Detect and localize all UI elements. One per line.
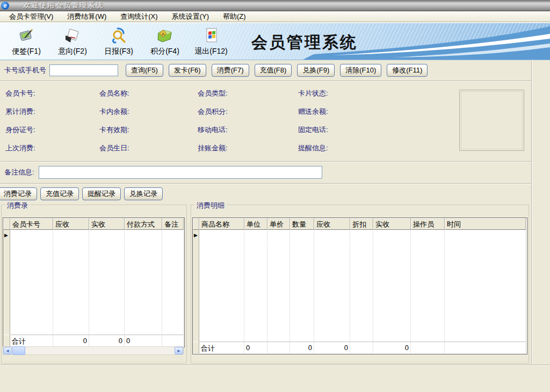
body-cell <box>10 230 53 335</box>
table-body: ▶ <box>3 230 184 335</box>
current-row-indicator-icon: ▶ <box>194 233 198 238</box>
scroll-right-icon[interactable]: ► <box>175 347 183 354</box>
modify-button[interactable]: 修改(F11) <box>387 64 428 77</box>
menu-query-stats[interactable]: 查询统计(X) <box>113 12 164 21</box>
col-operator: 操作员 <box>411 218 445 230</box>
consume-records-table[interactable]: 会员卡号 应收 实收 付款方式 备注 ▶ 合计 0 0 0 <box>3 217 185 347</box>
consume-button[interactable]: 消费(F7) <box>212 64 249 77</box>
footer-empty-cell <box>411 342 445 353</box>
body-cell <box>89 230 125 335</box>
col-unit: 单位 <box>244 218 267 230</box>
query-button[interactable]: 查询(F5) <box>126 64 163 77</box>
card-balance-label: 卡内余额: <box>99 107 198 117</box>
tab-reminder-records[interactable]: 提醒记录 <box>82 187 121 200</box>
footer-empty-cell <box>267 342 290 353</box>
note-button[interactable]: 便签(F1) <box>3 24 49 57</box>
col-received: 实收 <box>89 218 125 230</box>
separator <box>0 365 550 366</box>
body-cell <box>267 230 290 342</box>
body-cell <box>53 230 89 335</box>
scrollbar-thumb[interactable] <box>12 346 25 355</box>
daily-report-icon <box>110 27 127 47</box>
row-selector-column: ▶ <box>3 230 10 335</box>
footer-received-total: 0 <box>373 342 411 353</box>
col-payment-method: 付款方式 <box>125 218 162 230</box>
detail-panel-caption: 消费明细 <box>194 201 227 210</box>
tab-recharge-records[interactable]: 充值记录 <box>40 187 79 200</box>
separator <box>0 81 531 82</box>
col-receivable: 应收 <box>314 218 350 230</box>
gift-balance-label: 赠送余额: <box>298 107 457 117</box>
tab-exchange-records[interactable]: 兑换记录 <box>124 187 163 200</box>
member-type-label: 会员类型: <box>198 89 298 98</box>
col-quantity: 数量 <box>290 218 314 230</box>
note-icon <box>18 27 35 47</box>
member-photo-inner <box>461 91 523 149</box>
clear-button[interactable]: 清除(F10) <box>340 64 381 77</box>
daily-report-button[interactable]: 日报(F3) <box>96 24 142 57</box>
card-or-phone-input[interactable] <box>49 64 118 76</box>
separator <box>0 161 531 162</box>
footer-empty-cell <box>162 335 184 346</box>
consume-detail-table[interactable]: 商品名称 单位 单价 数量 应收 折扣 实收 操作员 时间 ▶ <box>192 217 527 354</box>
body-cell <box>411 230 445 342</box>
menu-system-settings[interactable]: 系统设置(Y) <box>165 12 216 21</box>
menu-help[interactable]: 帮助(Z) <box>216 12 253 21</box>
row-selector-footer <box>193 342 199 353</box>
exchange-button[interactable]: 兑换(F9) <box>297 64 335 77</box>
footer-unit-total: 0 <box>244 342 267 353</box>
fixed-phone-label: 固定电话: <box>298 125 457 135</box>
exit-button[interactable]: 退出(F12) <box>188 24 234 57</box>
menubar: 会员卡管理(V) 消费结算(W) 查询统计(X) 系统设置(Y) 帮助(Z) <box>0 11 550 22</box>
body-cell <box>290 230 314 342</box>
row-selector-header <box>193 218 199 230</box>
recharge-button[interactable]: 充值(F8) <box>255 64 292 77</box>
record-tabs: 消费记录 充值记录 提醒记录 兑换记录 <box>0 187 166 200</box>
form-right-edge <box>531 60 532 365</box>
member-birthday-label: 会员生日: <box>99 143 198 153</box>
footer-total-label: 合计 <box>199 342 244 353</box>
body-cell <box>199 230 244 342</box>
tab-consume-records[interactable]: 消费记录 <box>0 187 37 200</box>
tool-label: 日报(F3) <box>104 47 133 56</box>
reminder-info-label: 提醒信息: <box>298 143 457 153</box>
col-product-name: 商品名称 <box>199 218 244 230</box>
intent-button[interactable]: 意向(F2) <box>49 24 96 57</box>
row-selector-footer <box>3 335 10 346</box>
row-divider <box>10 243 184 243</box>
search-row: 卡号或手机号 查询(F5) 发卡(F6) 消费(F7) 充值(F8) 兑换(F9… <box>0 60 537 81</box>
toolbar: 便签(F1) 意向(F2) 日报(F3) <box>3 24 234 57</box>
card-status-label: 卡片状态: <box>298 89 457 98</box>
col-received: 实收 <box>373 218 411 230</box>
col-discount: 折扣 <box>350 218 373 230</box>
current-row-indicator-icon: ▶ <box>4 233 8 238</box>
consume-records-panel: 消费录 会员卡号 应收 实收 付款方式 备注 ▶ 合计 <box>1 205 187 364</box>
table-footer-row: 合计 0 0 0 0 <box>193 342 527 353</box>
banner: 便签(F1) 意向(F2) 日报(F3) <box>0 23 550 60</box>
footer-received-total: 0 <box>89 335 125 346</box>
issue-card-button[interactable]: 发卡(F6) <box>169 64 206 77</box>
app-title: 会员管理系统 <box>251 32 358 54</box>
remark-input[interactable] <box>39 166 322 179</box>
member-photo-frame <box>459 90 524 151</box>
intent-icon <box>64 27 81 47</box>
member-points-label: 会员积分: <box>198 107 298 117</box>
footer-receivable-total: 0 <box>314 342 350 353</box>
remark-label: 备注信息: <box>4 168 34 177</box>
member-info-area: 会员卡号: 会员名称: 会员类型: 卡片状态: 累计消费: 卡内余额: 会员积分… <box>5 84 457 157</box>
col-receivable: 应收 <box>53 218 89 230</box>
consume-table-hscrollbar[interactable]: ◄ ► <box>3 346 184 355</box>
footer-empty-cell <box>350 342 373 353</box>
separator <box>0 183 531 184</box>
scroll-left-icon[interactable]: ◄ <box>3 347 12 354</box>
last-consume-label: 上次消费: <box>5 143 99 153</box>
points-button[interactable]: A 积分(F4) <box>142 24 188 57</box>
mobile-phone-label: 移动电话: <box>198 125 298 135</box>
menu-consume-settle[interactable]: 消费结算(W) <box>60 12 113 21</box>
table-header-row: 商品名称 单位 单价 数量 应收 折扣 实收 操作员 时间 <box>193 218 527 230</box>
menu-member-card[interactable]: 会员卡管理(V) <box>2 12 60 21</box>
body-cell <box>350 230 373 342</box>
body-cell <box>314 230 350 342</box>
member-name-label: 会员名称: <box>99 89 198 98</box>
total-consume-label: 累计消费: <box>5 107 99 117</box>
